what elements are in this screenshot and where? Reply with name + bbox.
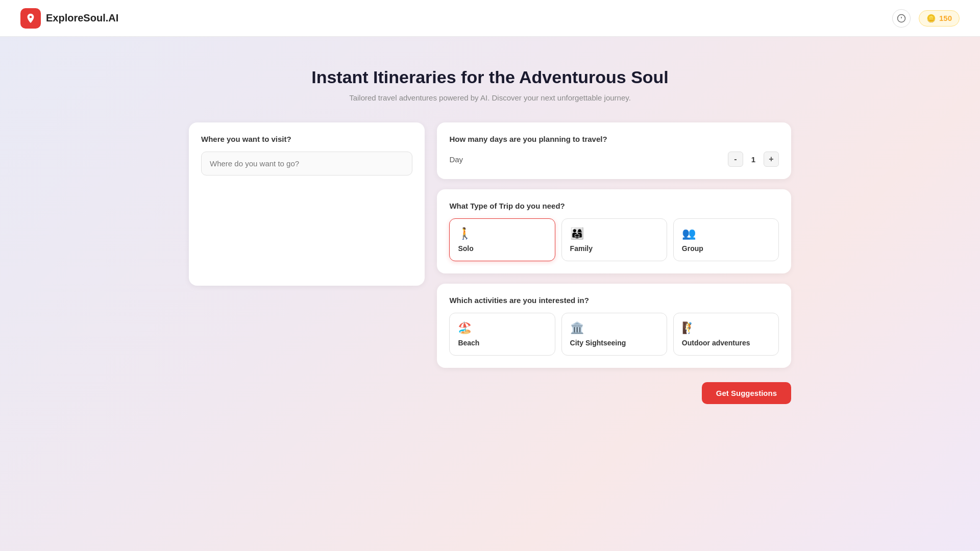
notifications-button[interactable] — [892, 9, 911, 28]
outdoor-adventures-icon: 🧗 — [682, 321, 770, 335]
days-minus-button[interactable]: - — [728, 152, 743, 167]
form-grid: Where you want to visit? How many days a… — [189, 122, 791, 404]
activity-option-outdoor-adventures[interactable]: 🧗 Outdoor adventures — [673, 313, 779, 356]
city-sightseeing-icon: 🏛️ — [570, 321, 658, 335]
group-label: Group — [682, 244, 770, 253]
activity-option-city-sightseeing[interactable]: 🏛️ City Sightseeing — [561, 313, 667, 356]
trip-option-solo[interactable]: 🚶 Solo — [449, 218, 555, 261]
app-name: ExploreSoul.AI — [46, 12, 118, 24]
days-value: 1 — [748, 155, 758, 164]
family-label: Family — [570, 244, 658, 253]
trip-type-label: What Type of Trip do you need? — [449, 202, 779, 210]
logo-icon — [20, 8, 41, 29]
header-right: 🪙 150 — [892, 9, 960, 28]
days-card: How many days are you planning to travel… — [437, 122, 791, 179]
solo-icon: 🚶 — [458, 227, 546, 240]
coins-value: 150 — [939, 14, 952, 22]
right-column: How many days are you planning to travel… — [437, 122, 791, 404]
destination-card: Where you want to visit? — [189, 122, 425, 286]
days-row: Day - 1 + — [449, 152, 779, 167]
logo-area: ExploreSoul.AI — [20, 8, 118, 29]
coins-icon: 🪙 — [926, 14, 936, 23]
outdoor-adventures-label: Outdoor adventures — [682, 339, 770, 347]
coins-badge[interactable]: 🪙 150 — [919, 10, 960, 27]
city-sightseeing-label: City Sightseeing — [570, 339, 658, 347]
hero-title: Instant Itineraries for the Adventurous … — [189, 67, 791, 87]
trip-option-group[interactable]: 👥 Group — [673, 218, 779, 261]
get-suggestions-button[interactable]: Get Suggestions — [702, 382, 791, 404]
submit-row: Get Suggestions — [437, 382, 791, 404]
trip-type-grid: 🚶 Solo 👨‍👩‍👧 Family 👥 Group — [449, 218, 779, 261]
solo-label: Solo — [458, 244, 546, 253]
main-content: Instant Itineraries for the Adventurous … — [179, 37, 801, 424]
trip-option-family[interactable]: 👨‍👩‍👧 Family — [561, 218, 667, 261]
activities-grid: 🏖️ Beach 🏛️ City Sightseeing 🧗 Outdoor a… — [449, 313, 779, 356]
days-plus-button[interactable]: + — [764, 152, 779, 167]
beach-icon: 🏖️ — [458, 321, 546, 335]
family-icon: 👨‍👩‍👧 — [570, 227, 658, 240]
trip-type-card: What Type of Trip do you need? 🚶 Solo 👨‍… — [437, 189, 791, 273]
activities-label: Which activities are you interested in? — [449, 296, 779, 305]
beach-label: Beach — [458, 339, 546, 347]
hero-subtitle: Tailored travel adventures powered by AI… — [189, 93, 791, 102]
destination-label: Where you want to visit? — [201, 135, 412, 143]
group-icon: 👥 — [682, 227, 770, 240]
activities-card: Which activities are you interested in? … — [437, 284, 791, 368]
counter-controls: - 1 + — [728, 152, 779, 167]
days-display: Day — [449, 155, 463, 164]
days-label: How many days are you planning to travel… — [449, 135, 779, 143]
app-header: ExploreSoul.AI 🪙 150 — [0, 0, 980, 37]
activity-option-beach[interactable]: 🏖️ Beach — [449, 313, 555, 356]
left-column: Where you want to visit? — [189, 122, 425, 286]
destination-input[interactable] — [201, 152, 412, 176]
